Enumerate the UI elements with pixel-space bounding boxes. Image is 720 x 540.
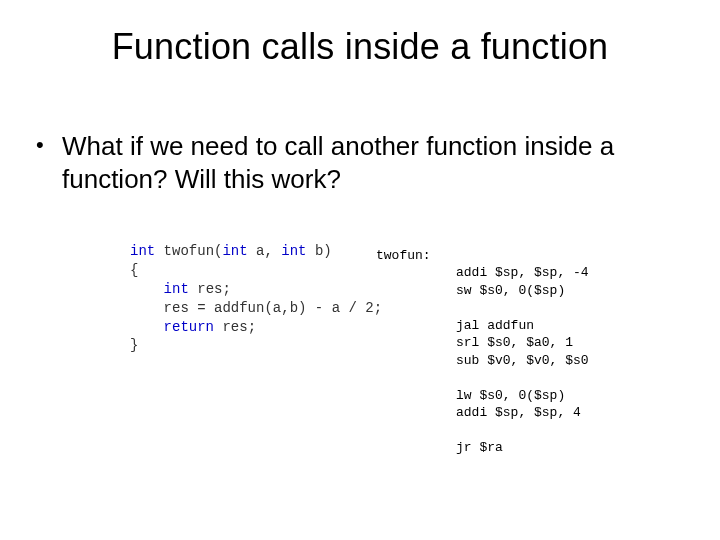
asm-code-block: addi $sp, $sp, -4 sw $s0, 0($sp) jal add… [456, 264, 589, 457]
bullet-dot: • [36, 130, 62, 195]
asm-line: jal addfun [456, 318, 534, 333]
c-text: } [130, 337, 138, 353]
c-kw-int: int [164, 281, 189, 297]
c-kw-return: return [164, 319, 214, 335]
c-text: a, [248, 243, 282, 259]
c-text [130, 281, 164, 297]
slide-title: Function calls inside a function [0, 26, 720, 68]
asm-label: twofun: [376, 248, 431, 263]
asm-line: addi $sp, $sp, 4 [456, 405, 581, 420]
bullet-text: What if we need to call another function… [62, 130, 676, 195]
c-text: { [130, 262, 138, 278]
asm-line: sw $s0, 0($sp) [456, 283, 565, 298]
asm-line: jr $ra [456, 440, 503, 455]
asm-line: sub $v0, $v0, $s0 [456, 353, 589, 368]
c-text: res; [214, 319, 256, 335]
c-kw-int: int [130, 243, 155, 259]
c-text: twofun( [155, 243, 222, 259]
c-text: b) [306, 243, 331, 259]
bullet-list: • What if we need to call another functi… [36, 130, 676, 195]
asm-line: addi $sp, $sp, -4 [456, 265, 589, 280]
asm-line: srl $s0, $a0, 1 [456, 335, 573, 350]
c-kw-int: int [222, 243, 247, 259]
c-text: res = addfun(a,b) - a / 2; [130, 300, 382, 316]
bullet-item: • What if we need to call another functi… [36, 130, 676, 195]
asm-line: lw $s0, 0($sp) [456, 388, 565, 403]
c-code-block: int twofun(int a, int b) { int res; res … [130, 242, 382, 355]
slide: Function calls inside a function • What … [0, 0, 720, 540]
c-text: res; [189, 281, 231, 297]
c-text [130, 319, 164, 335]
c-kw-int: int [281, 243, 306, 259]
